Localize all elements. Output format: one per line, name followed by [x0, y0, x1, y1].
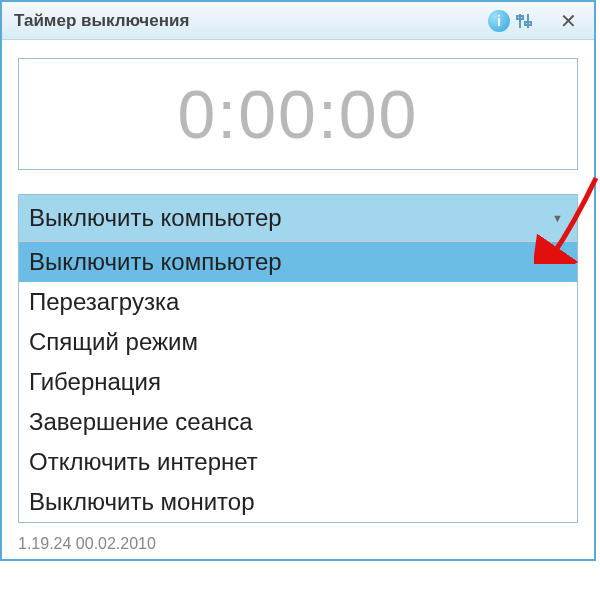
select-option[interactable]: Завершение сеанса — [19, 402, 577, 442]
timer-display: 0:00:00 — [178, 75, 419, 153]
select-current-label: Выключить компьютер — [29, 204, 282, 232]
select-option[interactable]: Перезагрузка — [19, 282, 577, 322]
tools-icon[interactable] — [514, 10, 536, 32]
select-option[interactable]: Выключить монитор — [19, 482, 577, 522]
select-option[interactable]: Выключить компьютер — [19, 242, 577, 282]
select-dropdown: Выключить компьютер Перезагрузка Спящий … — [19, 241, 577, 522]
select-option[interactable]: Отключить интернет — [19, 442, 577, 482]
timer-display-box: 0:00:00 — [18, 58, 578, 170]
footer-text: 1.19.24 00.02.2010 — [18, 535, 156, 552]
select-option[interactable]: Спящий режим — [19, 322, 577, 362]
chevron-down-icon: ▼ — [552, 212, 563, 224]
window-content: 0:00:00 Выключить компьютер ▼ Выключить … — [2, 40, 594, 531]
app-window: Таймер выключения i ✕ 0:00:00 Выключить … — [0, 0, 596, 561]
status-footer: 1.19.24 00.02.2010 — [2, 531, 594, 559]
action-select: Выключить компьютер ▼ Выключить компьюте… — [18, 194, 578, 523]
select-current[interactable]: Выключить компьютер ▼ — [19, 195, 577, 241]
titlebar: Таймер выключения i ✕ — [2, 2, 594, 40]
select-option[interactable]: Гибернация — [19, 362, 577, 402]
window-title: Таймер выключения — [14, 11, 488, 31]
close-button[interactable]: ✕ — [548, 7, 588, 35]
info-icon[interactable]: i — [488, 10, 510, 32]
